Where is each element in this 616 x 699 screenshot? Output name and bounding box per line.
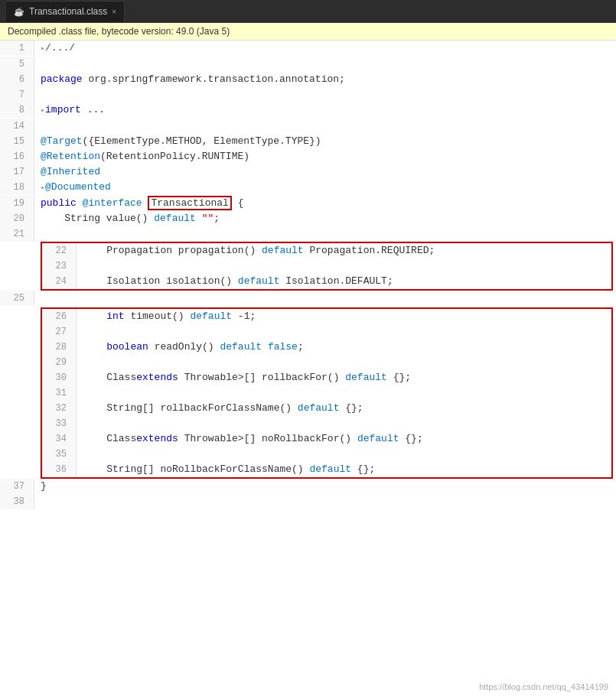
line-content <box>34 226 47 242</box>
code-line: 15@Target({ElementType.METHOD, ElementTy… <box>0 134 616 149</box>
line-number: 15 <box>0 134 34 149</box>
watermark: https://blog.csdn.net/qq_43414199 <box>479 682 608 691</box>
line-content: ▸@Documented <box>34 180 111 196</box>
line-number: 6 <box>0 72 34 87</box>
code-line: 36 String[] noRollbackForClassName() def… <box>42 462 611 477</box>
line-number: 14 <box>0 119 34 134</box>
code-line: 6package org.springframework.transaction… <box>0 72 616 87</box>
timeout-box: 26 int timeout() default -1;27 28 boolea… <box>41 307 613 479</box>
code-line: 28 boolean readOnly() default false; <box>42 340 611 355</box>
code-line: 35 <box>42 447 611 462</box>
info-bar: Decompiled .class file, bytecode version… <box>0 23 616 41</box>
code-line: 24 Isolation isolation() default Isolati… <box>42 274 611 289</box>
file-tab[interactable]: ☕ Transactional.class × <box>6 1 125 22</box>
line-number: 1 <box>0 41 34 56</box>
line-content: @Target({ElementType.METHOD, ElementType… <box>34 134 321 149</box>
line-number: 17 <box>0 164 34 180</box>
line-number: 37 <box>0 479 34 494</box>
code-line: 30 Classextends Throwable>[] rollbackFor… <box>42 370 611 385</box>
line-number: 25 <box>0 291 34 306</box>
line-content: ▸import ... <box>34 102 105 119</box>
line-number: 18 <box>0 180 34 195</box>
line-content: public @interface Transactional { <box>34 196 243 211</box>
title-bar: ☕ Transactional.class × <box>0 0 616 23</box>
code-line: 20 String value() default ""; <box>0 211 616 226</box>
code-line: 29 <box>42 355 611 370</box>
line-content <box>34 87 47 102</box>
line-number: 5 <box>0 57 34 72</box>
code-line: 14 <box>0 119 616 134</box>
line-content <box>34 494 47 509</box>
code-line: 37} <box>0 479 616 494</box>
line-number: 38 <box>0 494 34 509</box>
code-line: 26 int timeout() default -1; <box>42 309 611 324</box>
code-line: 16@Retention(RetentionPolicy.RUNTIME) <box>0 149 616 164</box>
code-line: 34 Classextends Throwable>[] noRollbackF… <box>42 431 611 447</box>
editor: 1▸/.../5 6package org.springframework.tr… <box>0 41 616 699</box>
code-line: 22 Propagation propagation() default Pro… <box>42 243 611 258</box>
line-content <box>34 57 47 72</box>
line-number: 19 <box>0 196 34 211</box>
line-content: @Retention(RetentionPolicy.RUNTIME) <box>34 149 249 164</box>
line-content: ▸/.../ <box>34 41 75 57</box>
line-content: @Inherited <box>34 164 100 180</box>
code-line: 18▸@Documented <box>0 180 616 196</box>
line-number: 20 <box>0 211 34 226</box>
line-content <box>34 291 47 306</box>
line-content <box>34 119 47 134</box>
code-line: 38 <box>0 494 616 509</box>
line-number: 21 <box>0 226 34 242</box>
code-line: 19public @interface Transactional { <box>0 196 616 211</box>
code-line: 33 <box>42 416 611 431</box>
propagation-box: 22 Propagation propagation() default Pro… <box>41 242 613 291</box>
code-line: 32 String[] rollbackForClassName() defau… <box>42 401 611 416</box>
line-content: } <box>34 479 47 494</box>
tab-close-icon[interactable]: × <box>112 8 116 16</box>
code-line: 8▸import ... <box>0 102 616 119</box>
code-line: 27 <box>42 324 611 340</box>
tab-label: Transactional.class <box>29 6 107 17</box>
line-number: 8 <box>0 102 34 118</box>
code-line: 17@Inherited <box>0 164 616 180</box>
line-number: 16 <box>0 149 34 164</box>
line-number: 7 <box>0 87 34 102</box>
code-line: 25 <box>0 291 616 306</box>
code-line: 23 <box>42 258 611 274</box>
code-line: 5 <box>0 57 616 72</box>
code-line: 31 <box>42 385 611 401</box>
line-content: package org.springframework.transaction.… <box>34 72 345 87</box>
code-line: 21 <box>0 226 616 242</box>
code-line: 1▸/.../ <box>0 41 616 57</box>
code-line: 7 <box>0 87 616 102</box>
line-content: String value() default ""; <box>34 211 220 226</box>
tab-icon: ☕ <box>14 7 24 17</box>
